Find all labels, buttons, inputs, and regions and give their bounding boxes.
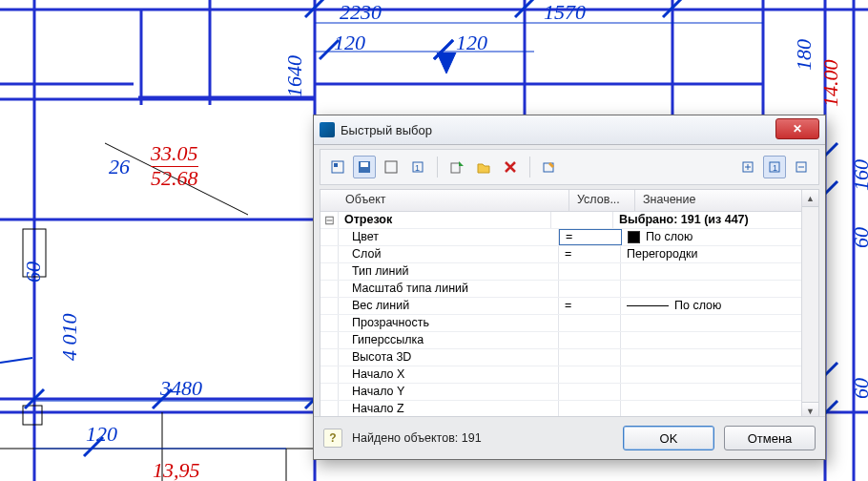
grid-row[interactable]: Слой=Перегородки: [320, 246, 818, 263]
cell-name: Гиперссылка: [339, 332, 559, 348]
cell-condition[interactable]: [559, 332, 621, 348]
cancel-button[interactable]: Отмена: [724, 426, 816, 450]
svg-line-29: [0, 358, 32, 363]
grid-row[interactable]: Прозрачность: [320, 315, 818, 332]
svg-rect-45: [361, 162, 368, 167]
cell-name: Прозрачность: [339, 315, 559, 331]
cell-condition[interactable]: [559, 315, 621, 331]
grid-row[interactable]: Высота 3D: [320, 349, 818, 366]
ok-button[interactable]: OK: [623, 426, 714, 450]
grid-group-row[interactable]: ⊟ОтрезокВыбрано: 191 (из 447): [320, 212, 818, 229]
svg-rect-43: [334, 163, 338, 167]
titlebar[interactable]: Быстрый выбор ✕: [314, 115, 825, 145]
col-condition[interactable]: Услов...: [569, 190, 635, 211]
group-object: Отрезок: [339, 212, 551, 228]
tb-minus-icon[interactable]: [790, 156, 813, 178]
cell-name: Высота 3D: [339, 349, 559, 366]
grid-row[interactable]: Начало Y: [320, 384, 818, 401]
cell-condition[interactable]: [559, 366, 621, 383]
tb-frame-icon[interactable]: [380, 156, 403, 178]
cell-name: Слой: [339, 246, 559, 262]
cell-name: Начало X: [339, 366, 559, 383]
svg-rect-49: [451, 163, 460, 173]
cell-condition[interactable]: =: [559, 229, 622, 245]
group-value: Выбрано: 191 (из 447): [613, 212, 818, 228]
cell-name: Тип линий: [339, 263, 559, 280]
cell-condition[interactable]: =: [559, 298, 621, 314]
col-value[interactable]: Значение: [635, 190, 818, 211]
lineweight-icon: [627, 305, 669, 306]
grid-row[interactable]: Гиперссылка: [320, 332, 818, 349]
scroll-up-icon[interactable]: ▲: [802, 190, 818, 207]
grid-row[interactable]: Начало X: [320, 366, 818, 384]
cell-condition[interactable]: [559, 281, 621, 297]
svg-line-26: [320, 40, 339, 59]
grid-row[interactable]: Масштаб типа линий: [320, 281, 818, 298]
col-object[interactable]: Объект: [320, 190, 569, 211]
cell-name: Начало Z: [339, 401, 559, 417]
grid-header: Объект Услов... Значение: [320, 190, 818, 212]
tb-list1-icon[interactable]: 1: [406, 156, 429, 178]
cell-condition[interactable]: [559, 401, 621, 417]
tb-one-icon[interactable]: 1: [763, 156, 786, 178]
color-swatch-icon: [628, 231, 640, 243]
app-icon: [320, 122, 335, 137]
cell-value: По слою: [674, 298, 721, 314]
grid-row[interactable]: Тип линий: [320, 263, 818, 281]
toolbar: 1 1: [320, 149, 819, 185]
cell-name: Масштаб типа линий: [339, 281, 559, 297]
svg-text:1: 1: [415, 163, 420, 173]
cell-name: Вес линий: [339, 298, 559, 314]
expand-icon[interactable]: ⊟: [320, 212, 339, 228]
svg-line-17: [105, 143, 248, 215]
tb-folder-icon[interactable]: [472, 156, 495, 178]
svg-rect-46: [385, 161, 397, 173]
quick-select-dialog: Быстрый выбор ✕ 1 1 Объект Услов... Знач…: [313, 115, 826, 460]
scrollbar[interactable]: ▲ ▼: [801, 190, 818, 419]
cell-condition[interactable]: [559, 349, 621, 366]
cell-value: Перегородки: [627, 246, 697, 262]
svg-text:1: 1: [773, 163, 777, 173]
status-text: Найдено объектов: 191: [352, 431, 613, 445]
grid-row[interactable]: Цвет=По слою: [320, 229, 818, 246]
tb-delete-icon[interactable]: [499, 156, 522, 178]
tb-select-all-icon[interactable]: [326, 156, 349, 178]
dialog-title: Быстрый выбор: [341, 123, 432, 137]
cell-value: По слою: [646, 229, 692, 245]
statusbar: ? Найдено объектов: 191 OK Отмена: [314, 416, 825, 459]
cell-condition[interactable]: [559, 263, 621, 280]
cell-condition[interactable]: =: [559, 246, 621, 262]
cell-condition[interactable]: [559, 384, 621, 400]
property-grid: Объект Услов... Значение ⊟ОтрезокВыбрано…: [320, 189, 819, 420]
tb-save-icon[interactable]: [353, 156, 376, 178]
grid-row[interactable]: Вес линий=По слою: [320, 298, 818, 315]
close-icon: ✕: [793, 123, 802, 135]
svg-line-33: [84, 437, 103, 456]
tb-plus-icon[interactable]: [736, 156, 759, 178]
cell-name: Начало Y: [339, 384, 559, 400]
help-icon[interactable]: ?: [323, 429, 342, 448]
tb-export-icon[interactable]: [445, 156, 468, 178]
tb-edit-icon[interactable]: [538, 156, 561, 178]
cell-name: Цвет: [339, 229, 559, 245]
close-button[interactable]: ✕: [775, 118, 819, 139]
